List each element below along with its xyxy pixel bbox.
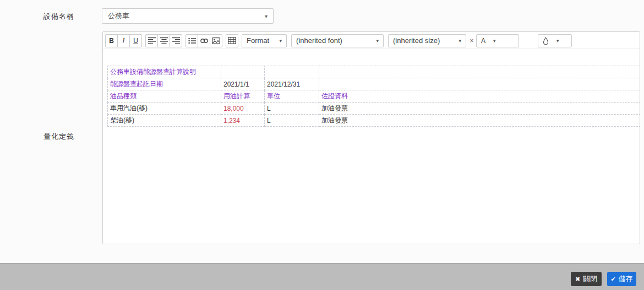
table-cell[interactable]: 1,234 — [221, 115, 265, 127]
table-button[interactable] — [226, 34, 238, 47]
table-cell[interactable]: 用油計算 — [221, 90, 265, 103]
table-button-group — [226, 34, 238, 47]
table-cell[interactable] — [265, 66, 319, 78]
device-name-selected-value: 公務車 — [108, 11, 129, 21]
device-name-label: 設備名稱 — [14, 12, 74, 22]
table-icon — [228, 37, 236, 44]
align-right-icon — [172, 37, 180, 44]
editor-table: 公務車設備能源盤查計算說明能源盤查起訖日期2021/1/12021/12/31油… — [107, 66, 640, 127]
table-cell[interactable]: 單位 — [265, 90, 319, 103]
save-button[interactable]: ✔ 儲存 — [607, 272, 636, 286]
align-button-group — [145, 34, 182, 47]
rich-text-editor: B I U — [102, 31, 640, 244]
highlight-color-group: ▾ — [538, 34, 572, 47]
text-color-group: A ▾ — [476, 34, 519, 47]
insert-button-group — [185, 34, 222, 47]
table-row: 車用汽油(移)18,000L加油發票 — [108, 103, 640, 115]
check-icon: ✔ — [610, 276, 615, 282]
chevron-down-icon: ▾ — [556, 38, 559, 44]
chevron-down-icon: ▾ — [265, 13, 268, 19]
font-family-dropdown[interactable]: (inherited font) ▾ — [291, 34, 384, 47]
table-cell[interactable]: L — [265, 103, 319, 115]
table-row: 油品種類用油計算單位佐證資料 — [108, 90, 640, 103]
format-dropdown[interactable]: Format ▾ — [242, 34, 287, 47]
clear-format-button[interactable]: × — [468, 37, 475, 45]
text-color-dropdown[interactable]: ▾ — [490, 38, 499, 44]
link-button[interactable] — [198, 34, 210, 47]
table-cell[interactable]: 油品種類 — [108, 90, 221, 103]
table-cell[interactable]: 公務車設備能源盤查計算說明 — [108, 66, 221, 78]
align-center-icon — [160, 37, 168, 44]
table-cell[interactable]: 加油發票 — [319, 115, 640, 127]
table-row: 公務車設備能源盤查計算說明 — [108, 66, 640, 78]
font-family-dropdown-label: (inherited font) — [296, 36, 342, 45]
table-cell[interactable]: L — [265, 115, 319, 127]
empty-paragraph[interactable] — [107, 54, 637, 66]
bold-button[interactable]: B — [105, 34, 118, 47]
align-center-button[interactable] — [157, 34, 170, 47]
table-cell[interactable] — [319, 66, 640, 78]
table-cell[interactable]: 18,000 — [221, 103, 265, 115]
save-button-label: 儲存 — [619, 274, 633, 284]
editor-table-body: 公務車設備能源盤查計算說明能源盤查起訖日期2021/1/12021/12/31油… — [108, 66, 640, 127]
image-icon — [212, 37, 220, 44]
highlight-color-dropdown[interactable]: ▾ — [553, 38, 563, 44]
table-cell[interactable]: 2021/1/1 — [221, 78, 265, 90]
chevron-down-icon: ▾ — [454, 38, 461, 44]
highlight-color-button[interactable] — [538, 35, 553, 47]
editor-content-area[interactable]: 公務車設備能源盤查計算說明能源盤查起訖日期2021/1/12021/12/31油… — [103, 49, 640, 244]
table-row: 能源盤查起訖日期2021/1/12021/12/31 — [108, 78, 640, 90]
editor-toolbar: B I U — [103, 32, 640, 49]
table-cell[interactable]: 加油發票 — [319, 103, 640, 115]
align-left-button[interactable] — [145, 34, 158, 47]
chevron-down-icon: ▾ — [372, 38, 379, 44]
align-right-button[interactable] — [170, 34, 182, 47]
close-icon: ✖ — [575, 276, 580, 282]
table-cell[interactable] — [221, 66, 265, 78]
format-dropdown-label: Format — [247, 36, 269, 45]
table-cell[interactable]: 車用汽油(移) — [108, 103, 221, 115]
highlight-color-icon — [543, 37, 549, 45]
device-name-select[interactable]: 公務車 ▾ — [102, 8, 274, 24]
table-cell[interactable]: 柴油(移) — [108, 115, 221, 127]
image-button[interactable] — [210, 34, 222, 47]
unordered-list-button[interactable] — [185, 34, 198, 47]
link-icon — [200, 37, 209, 44]
style-button-group: B I U — [105, 34, 142, 47]
underline-button[interactable]: U — [129, 34, 142, 47]
table-cell[interactable]: 佐證資料 — [319, 90, 640, 103]
italic-button[interactable]: I — [117, 34, 130, 47]
close-button-label: 關閉 — [583, 274, 597, 284]
close-button[interactable]: ✖ 關閉 — [571, 272, 602, 286]
text-color-button[interactable]: A — [477, 35, 490, 47]
align-left-icon — [148, 37, 156, 44]
quantification-label: 量化定義 — [14, 132, 74, 142]
footer-bar — [0, 263, 644, 290]
table-cell[interactable] — [319, 78, 640, 90]
chevron-down-icon: ▾ — [493, 38, 496, 44]
chevron-down-icon: ▾ — [275, 38, 282, 44]
table-row: 柴油(移)1,234L加油發票 — [108, 115, 640, 127]
table-cell[interactable]: 能源盤查起訖日期 — [108, 78, 221, 90]
font-size-dropdown-label: (inherited size) — [393, 36, 440, 45]
table-cell[interactable]: 2021/12/31 — [265, 78, 319, 90]
font-size-dropdown[interactable]: (inherited size) ▾ — [388, 34, 466, 47]
unordered-list-icon — [188, 37, 196, 44]
